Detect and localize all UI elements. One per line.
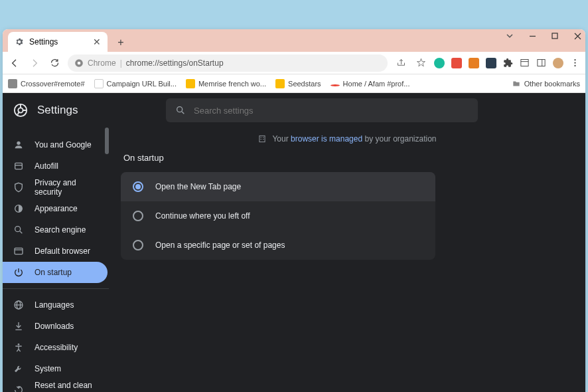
settings-header: Settings (3, 93, 585, 128)
person-icon (13, 140, 24, 150)
settings-sidebar: You and GoogleAutofillPrivacy and securi… (3, 93, 109, 392)
bookmark-item[interactable]: Home / Afam #prof... (331, 80, 410, 88)
sidebar-item-label: System (35, 364, 61, 373)
folder-icon (512, 79, 521, 88)
svg-rect-16 (15, 163, 23, 169)
startup-option[interactable]: Open the New Tab page (121, 172, 435, 201)
sidebar-item-system[interactable]: System (3, 358, 109, 379)
svg-rect-27 (259, 136, 265, 142)
startup-options-card: Open the New Tab pageContinue where you … (121, 172, 435, 260)
settings-content: Settings You and GoogleAutofillPrivacy a… (3, 93, 585, 392)
managed-banner: Your browser is managed by your organiza… (121, 134, 573, 144)
radio-label: Continue where you left off (155, 211, 250, 221)
chevron-down-icon[interactable] (506, 32, 514, 40)
extensions-area (434, 58, 580, 68)
sidebar-item-autofill[interactable]: Autofill (3, 155, 109, 177)
radio-button[interactable] (133, 211, 143, 221)
extension-icon[interactable] (434, 58, 445, 68)
search-settings-box[interactable] (166, 98, 478, 122)
radio-label: Open the New Tab page (155, 182, 241, 191)
radio-button[interactable] (133, 181, 143, 192)
svg-rect-1 (552, 33, 557, 39)
sidebar-item-languages[interactable]: Languages (3, 294, 109, 316)
reading-list-icon[interactable] (520, 58, 530, 68)
a11y-icon (13, 342, 24, 353)
sidebar-item-search-engine[interactable]: Search engine (3, 219, 109, 241)
chrome-logo-icon (13, 103, 28, 118)
back-button[interactable] (8, 56, 21, 70)
svg-point-19 (15, 227, 21, 232)
sidebar-item-label: Default browser (35, 246, 90, 256)
bookmark-item[interactable]: Seedstars (275, 79, 321, 88)
reload-button[interactable] (48, 56, 61, 70)
sidebar-item-label: Privacy and security (35, 178, 98, 197)
menu-icon[interactable] (570, 58, 580, 68)
startup-option[interactable]: Continue where you left off (121, 201, 435, 231)
share-icon[interactable] (394, 56, 407, 70)
search-settings-input[interactable] (194, 106, 469, 116)
search-icon (13, 225, 24, 235)
bookmark-item[interactable]: Crossover#remote# (8, 79, 85, 88)
svg-point-3 (78, 61, 81, 64)
tab-strip: Settings ✕ + (3, 29, 585, 52)
extension-icon[interactable] (469, 58, 479, 68)
svg-point-9 (574, 62, 575, 63)
address-bar[interactable]: Chrome | chrome://settings/onStartup (68, 54, 388, 72)
extension-icon[interactable] (486, 58, 496, 68)
scrollbar-thumb[interactable] (105, 128, 109, 154)
managed-link[interactable]: browser is managed (291, 134, 362, 144)
gear-icon (15, 37, 24, 47)
sidebar-item-label: Downloads (35, 322, 74, 331)
sidebar-item-downloads[interactable]: Downloads (3, 316, 109, 337)
svg-rect-30 (261, 139, 261, 140)
puzzle-icon[interactable] (503, 58, 513, 68)
sidebar-item-label: Autofill (35, 161, 58, 171)
wrench-icon (13, 363, 24, 374)
forward-button[interactable] (28, 56, 41, 70)
reset-icon (13, 385, 24, 392)
svg-line-14 (182, 112, 184, 114)
close-tab-button[interactable]: ✕ (93, 37, 101, 47)
bookmark-item[interactable]: Memrise french wo... (186, 79, 266, 88)
sidebar-item-privacy-and-security[interactable]: Privacy and security (3, 177, 109, 198)
divider (3, 288, 109, 289)
svg-rect-21 (15, 248, 23, 254)
svg-rect-28 (261, 137, 261, 138)
sidebar-item-label: You and Google (35, 140, 92, 149)
minimize-button[interactable] (528, 32, 536, 40)
sidebar-item-default-browser[interactable]: Default browser (3, 241, 109, 262)
new-tab-button[interactable]: + (111, 33, 130, 52)
browser-window: Settings ✕ + Chrome | chrome://settings/… (3, 29, 585, 392)
sidebar-item-label: Appearance (35, 204, 78, 213)
download-icon (13, 321, 24, 332)
appearance-icon (13, 203, 24, 214)
bookmarks-bar: Crossover#remote# Campaign URL Buil... M… (3, 74, 585, 93)
sidebar-item-you-and-google[interactable]: You and Google (3, 134, 109, 155)
tab-settings[interactable]: Settings ✕ (8, 32, 108, 52)
startup-option[interactable]: Open a specific page or set of pages (121, 231, 435, 260)
sidebar-item-accessibility[interactable]: Accessibility (3, 337, 109, 358)
avatar[interactable] (553, 58, 563, 68)
side-panel-icon[interactable] (536, 58, 546, 68)
section-title: On startup (121, 153, 573, 163)
maximize-button[interactable] (551, 32, 559, 40)
star-bookmark-icon[interactable] (414, 56, 427, 70)
browser-icon (13, 246, 24, 256)
svg-point-26 (18, 343, 20, 345)
svg-rect-4 (521, 60, 528, 66)
svg-rect-6 (538, 60, 545, 66)
close-window-button[interactable] (573, 32, 581, 40)
bookmark-item[interactable]: Campaign URL Buil... (94, 79, 177, 88)
sidebar-item-appearance[interactable]: Appearance (3, 198, 109, 219)
autofill-icon (13, 161, 24, 171)
other-bookmarks[interactable]: Other bookmarks (512, 79, 580, 88)
sidebar-item-label: Search engine (35, 225, 86, 235)
url-path: chrome://settings/onStartup (126, 58, 224, 68)
sidebar-item-label: Languages (35, 300, 74, 310)
svg-point-13 (177, 107, 183, 112)
extension-icon[interactable] (451, 58, 462, 68)
radio-label: Open a specific page or set of pages (155, 241, 285, 250)
sidebar-item-on-startup[interactable]: On startup (3, 262, 108, 283)
sidebar-item-reset-and-clean-up[interactable]: Reset and clean up (3, 379, 109, 392)
radio-button[interactable] (133, 240, 143, 250)
